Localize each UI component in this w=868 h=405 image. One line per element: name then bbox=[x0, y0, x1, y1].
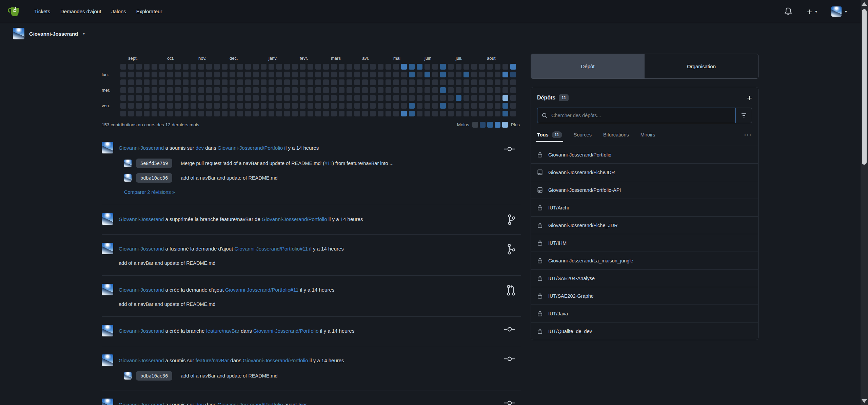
activity-link[interactable]: Giovanni-Josserand bbox=[119, 145, 164, 151]
git-commit-icon bbox=[504, 326, 516, 334]
heatmap-cell bbox=[339, 87, 344, 93]
heatmap-cell bbox=[339, 95, 344, 101]
heatmap-cell bbox=[206, 103, 212, 109]
activity-link[interactable]: Giovanni-Josserand/Portfolio#11 bbox=[225, 287, 299, 293]
notifications-bell-icon[interactable] bbox=[784, 7, 793, 16]
filter-tab-tous[interactable]: Tous11 bbox=[537, 131, 562, 139]
heatmap-cell bbox=[120, 87, 126, 93]
heatmap-cell bbox=[479, 111, 485, 116]
heatmap-cell bbox=[183, 103, 189, 109]
heatmap-cell bbox=[292, 79, 298, 85]
filter-tab-bifurcations[interactable]: Bifurcations bbox=[603, 132, 629, 138]
heatmap-cell bbox=[152, 72, 157, 77]
avatar[interactable] bbox=[102, 399, 113, 405]
repo-item[interactable]: Giovanni-Josserand/FicheJDR bbox=[531, 163, 758, 181]
activity-link[interactable]: dev bbox=[196, 402, 204, 405]
avatar[interactable] bbox=[102, 284, 113, 295]
repo-item[interactable]: IUT/Archi bbox=[531, 199, 758, 216]
activity-link[interactable]: Giovanni-Josserand/Portfolio bbox=[218, 145, 283, 151]
heatmap-cell bbox=[167, 72, 173, 77]
activity-link[interactable]: feature/navBar bbox=[206, 328, 239, 334]
heatmap-cell bbox=[339, 103, 344, 109]
avatar[interactable] bbox=[102, 213, 113, 225]
repo-item[interactable]: Giovanni-Josserand/Portfolio-API bbox=[531, 181, 758, 199]
legend-more-label: Plus bbox=[511, 122, 520, 127]
activity-link[interactable]: Giovanni-Josserand bbox=[119, 287, 164, 293]
avatar[interactable] bbox=[102, 354, 113, 366]
repo-item[interactable]: IUT/Java bbox=[531, 305, 758, 322]
lock-icon bbox=[537, 275, 543, 281]
heatmap-cell bbox=[362, 103, 368, 109]
repo-search-input[interactable] bbox=[551, 113, 731, 118]
repo-name: Giovanni-Josserand/Fiche_JDR bbox=[548, 223, 618, 228]
activity-link[interactable]: Giovanni-Josserand/Portfolio bbox=[243, 357, 308, 363]
avatar[interactable] bbox=[124, 372, 132, 380]
heatmap-cell bbox=[378, 87, 383, 93]
issue-link[interactable]: #11 bbox=[324, 161, 332, 166]
activity-link[interactable]: Giovanni-Josserand bbox=[119, 357, 164, 363]
avatar[interactable] bbox=[102, 243, 113, 254]
repo-item[interactable]: IUT/SAE202-Graphe bbox=[531, 287, 758, 305]
nav-item-jalons[interactable]: Jalons bbox=[106, 5, 131, 18]
commit-sha-link[interactable]: bdba10ae36 bbox=[136, 173, 172, 183]
avatar[interactable] bbox=[102, 142, 113, 153]
activity-link[interactable]: Giovanni-Josserand bbox=[119, 402, 164, 405]
tab-organisation[interactable]: Organisation bbox=[645, 54, 758, 78]
activity-link[interactable]: dev bbox=[196, 145, 204, 151]
repo-item[interactable]: Giovanni-Josserand/La_maison_jungle bbox=[531, 252, 758, 269]
activity-link[interactable]: Giovanni-Josserand bbox=[119, 246, 164, 252]
activity-link[interactable]: feature/navBar bbox=[196, 357, 229, 363]
context-username[interactable]: Giovanni-Josserand bbox=[29, 31, 78, 37]
kebab-horizontal-icon[interactable]: ··· bbox=[744, 132, 752, 139]
chevron-down-icon[interactable]: ▾ bbox=[83, 31, 85, 36]
repo-item[interactable]: IUT/Qualite_de_dev bbox=[531, 322, 758, 340]
activity-text: a créé la demande d'ajout bbox=[164, 287, 225, 293]
heatmap-cell bbox=[269, 111, 274, 116]
nav-item-explorateur[interactable]: Explorateur bbox=[131, 5, 167, 18]
heatmap-cell bbox=[120, 64, 126, 70]
nav-item-tickets[interactable]: Tickets bbox=[29, 5, 55, 18]
scrollbar-up-arrow-icon[interactable] bbox=[862, 2, 867, 6]
repo-item[interactable]: Giovanni-Josserand/Fiche_JDR bbox=[531, 216, 758, 234]
activity-link[interactable]: Giovanni-Josserand/Portfolio bbox=[262, 216, 327, 222]
avatar[interactable] bbox=[124, 160, 132, 167]
heatmap-cell bbox=[440, 64, 446, 70]
activity-link[interactable]: Giovanni-Josserand/Portfolio bbox=[253, 328, 319, 334]
legend-swatch bbox=[487, 122, 493, 128]
scrollbar-thumb[interactable] bbox=[862, 9, 867, 165]
avatar[interactable] bbox=[102, 325, 113, 336]
legend-less-label: Moins bbox=[457, 122, 469, 127]
tab-depot[interactable]: Dépôt bbox=[531, 54, 645, 78]
heatmap-cell bbox=[183, 111, 189, 116]
heatmap-cell bbox=[175, 79, 181, 85]
heatmap-cell bbox=[222, 87, 228, 93]
gitea-logo[interactable] bbox=[7, 4, 22, 19]
commit-sha-link[interactable]: 5e8fd5e7b9 bbox=[136, 159, 172, 168]
avatar[interactable] bbox=[124, 174, 132, 182]
activity-text: a soumis sur bbox=[164, 402, 195, 405]
compare-revisions-link[interactable]: Comparer 2 révisions » bbox=[124, 189, 175, 195]
repo-item[interactable]: Giovanni-Josserand/Portfolio bbox=[531, 146, 758, 163]
create-new-button[interactable]: + ▾ bbox=[807, 7, 817, 16]
heatmap-cell bbox=[440, 79, 446, 85]
heatmap-cell bbox=[409, 72, 415, 77]
scrollbar-down-arrow-icon[interactable] bbox=[862, 399, 867, 403]
add-repository-button[interactable]: + bbox=[747, 93, 752, 102]
activity-link[interactable]: Giovanni-Josserand/Portfolio bbox=[218, 402, 283, 405]
context-avatar[interactable] bbox=[13, 28, 24, 39]
repo-item[interactable]: IUT/IHM bbox=[531, 234, 758, 252]
heatmap-cell bbox=[386, 95, 391, 101]
heatmap-cell bbox=[362, 64, 368, 70]
contribution-summary: 153 contributions au cours des 12 dernie… bbox=[102, 122, 199, 127]
filter-tab-sources[interactable]: Sources bbox=[574, 132, 592, 138]
activity-link[interactable]: Giovanni-Josserand bbox=[119, 328, 164, 334]
activity-link[interactable]: Giovanni-Josserand/Portfolio#11 bbox=[234, 246, 308, 252]
repo-filter-button[interactable] bbox=[736, 108, 752, 123]
commit-sha-link[interactable]: bdba10ae36 bbox=[136, 371, 172, 381]
user-menu[interactable]: ▾ bbox=[831, 6, 847, 17]
activity-link[interactable]: Giovanni-Josserand bbox=[119, 216, 164, 222]
filter-tab-miroirs[interactable]: Miroirs bbox=[640, 132, 655, 138]
nav-item-demandes-d-ajout[interactable]: Demandes d'ajout bbox=[55, 5, 106, 18]
repo-item[interactable]: IUT/SAE204-Analyse bbox=[531, 269, 758, 287]
heatmap-cell bbox=[479, 72, 485, 77]
